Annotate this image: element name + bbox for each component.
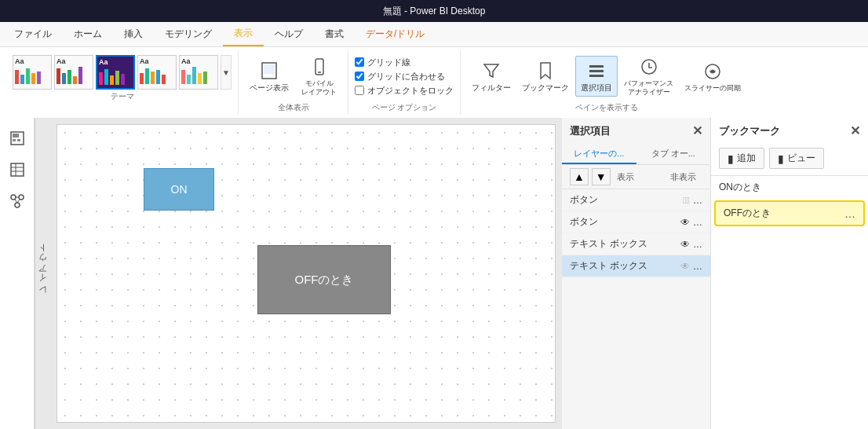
theme-thumb-1[interactable]: Aa [13, 55, 52, 90]
bookmark-icon [534, 60, 556, 82]
snapgrid-checkbox[interactable] [355, 72, 364, 81]
full-view-label: 全体表示 [278, 102, 309, 113]
left-toolbar [0, 118, 35, 429]
item-3-icons: 👁 … [680, 261, 702, 272]
lockobjects-label: オブジェクトをロック [367, 85, 454, 97]
on-box[interactable]: ON [144, 168, 214, 211]
mobile-label: モバイル レイアウト [301, 79, 337, 97]
svg-marker-4 [484, 64, 498, 77]
dots-icon-0[interactable]: … [693, 195, 702, 206]
theme-thumb-3[interactable]: Aa [96, 55, 135, 90]
svg-rect-5 [589, 65, 604, 68]
selection-btn[interactable]: 選択項目 [575, 56, 618, 97]
tab-view[interactable]: 表示 [223, 22, 264, 46]
tab-modeling[interactable]: モデリング [154, 22, 223, 46]
performance-btn[interactable]: パフォーマンス アナライザー [619, 53, 678, 100]
filter-label: フィルター [472, 83, 511, 93]
filter-btn[interactable]: フィルター [467, 57, 516, 96]
gridlines-row: グリッド線 [355, 57, 454, 68]
vertical-layout-label[interactable]: レイアウト [35, 118, 50, 429]
selection-panel-title: 選択項目 [570, 124, 611, 138]
bookmark-item-1[interactable]: OFFのとき … [714, 200, 865, 226]
mobile-layout-btn[interactable]: モバイル レイアウト [297, 53, 341, 100]
canvas-area[interactable]: ON OFFのとき [50, 118, 562, 429]
model-view-btn[interactable] [3, 187, 31, 215]
gridlines-label: グリッド線 [367, 57, 410, 68]
layer-tab[interactable]: レイヤーの... [562, 145, 636, 164]
theme-thumbnails: Aa Aa [13, 55, 232, 90]
move-down-btn[interactable]: ▼ [592, 168, 611, 185]
selection-icon [585, 60, 607, 82]
tab-format[interactable]: 書式 [314, 22, 355, 46]
page-view-icon [258, 60, 280, 82]
item-2-icons: 👁 … [680, 239, 702, 250]
table-view-btn[interactable] [3, 156, 31, 184]
selection-label: 選択項目 [581, 83, 612, 93]
full-view-group: ページ表示 モバイル レイアウト 全体表示 [239, 50, 348, 115]
slicer-sync-icon [702, 60, 724, 82]
themes-chevron[interactable]: ▼ [221, 55, 232, 90]
selection-list: ボタン 👁̸ … ボタン 👁 … テキスト [562, 189, 710, 429]
bookmark-panel-close[interactable]: ✕ [850, 125, 860, 138]
lockobjects-checkbox[interactable] [355, 86, 364, 95]
bookmark-item-0[interactable]: ONのとき [711, 176, 868, 199]
order-controls: ▲ ▼ 表示 非表示 [562, 165, 710, 189]
eye-slash-icon-3: 👁 [680, 261, 690, 272]
move-up-btn[interactable]: ▲ [570, 168, 589, 185]
selection-item-1[interactable]: ボタン 👁 … [562, 211, 710, 233]
selection-item-0[interactable]: ボタン 👁̸ … [562, 189, 710, 211]
dots-icon-2[interactable]: … [693, 239, 702, 250]
selection-panel-close[interactable]: ✕ [692, 125, 702, 138]
bookmark-list: ONのとき OFFのとき … [711, 176, 868, 228]
canvas-page[interactable]: ON OFFのとき [57, 124, 556, 423]
add-bookmark-icon: ▮ [728, 152, 734, 165]
eye-slash-icon-0: 👁̸ [683, 195, 690, 206]
tab-order-tab[interactable]: タブ オー... [636, 145, 711, 164]
dots-icon-1[interactable]: … [693, 217, 702, 228]
slicer-sync-btn[interactable]: スライサーの同期 [680, 57, 746, 96]
svg-line-22 [15, 200, 17, 203]
pane-label: ペインを表示する [575, 102, 638, 113]
tab-data-drill[interactable]: データ/ドリル [355, 22, 436, 46]
bookmark-panel-title: ブックマーク [719, 124, 780, 138]
main-container: レイアウト ON OFFのとき 選択項目 ✕ レイ [0, 118, 868, 429]
tab-help[interactable]: ヘルプ [264, 22, 314, 46]
theme-thumb-5[interactable]: Aa [179, 55, 218, 90]
canvas-and-panels: レイアウト ON OFFのとき 選択項目 ✕ レイ [35, 118, 868, 429]
title-bar: 無題 - Power BI Desktop [0, 0, 868, 22]
tab-insert[interactable]: 挿入 [113, 22, 154, 46]
bookmark-panel: ブックマーク ✕ ▮ 追加 ▮ ビュー ONのとき [711, 118, 868, 429]
theme-thumb-2[interactable]: Aa [54, 55, 93, 90]
bookmark-view-btn[interactable]: ▮ ビュー [769, 148, 824, 169]
svg-rect-14 [11, 163, 24, 176]
bookmark-btn[interactable]: ブックマーク [517, 57, 574, 96]
report-view-btn[interactable] [3, 124, 31, 152]
svg-rect-12 [13, 139, 16, 141]
filter-icon [480, 60, 502, 82]
bookmark-add-label: 追加 [737, 152, 756, 165]
themes-group: Aa Aa [6, 50, 239, 115]
page-options-label: ページ オプション [372, 102, 437, 113]
item-0-icons: 👁̸ … [683, 195, 702, 206]
tab-home[interactable]: ホーム [63, 22, 113, 46]
bookmark-add-btn[interactable]: ▮ 追加 [719, 148, 764, 169]
dots-icon-3[interactable]: … [693, 261, 702, 272]
slicer-sync-label: スライサーの同期 [684, 84, 741, 93]
selection-item-3[interactable]: テキスト ボックス 👁 … [562, 255, 710, 277]
tab-file[interactable]: ファイル [3, 22, 63, 46]
page-view-label: ページ表示 [250, 83, 289, 93]
selection-panel-header: 選択項目 ✕ [562, 118, 710, 145]
svg-rect-11 [13, 134, 19, 138]
svg-point-20 [15, 203, 20, 207]
snapgrid-label: グリッドに合わせる [367, 71, 445, 82]
selection-item-2[interactable]: テキスト ボックス 👁 … [562, 233, 710, 255]
gridlines-checkbox[interactable] [355, 57, 364, 67]
svg-rect-7 [589, 75, 604, 77]
snapgrid-row: グリッドに合わせる [355, 71, 454, 82]
performance-icon [638, 56, 660, 78]
off-box[interactable]: OFFのとき [257, 245, 391, 314]
side-panels: 選択項目 ✕ レイヤーの... タブ オー... ▲ ▼ 表示 非表示 [562, 118, 868, 429]
page-view-btn[interactable]: ページ表示 [245, 57, 294, 96]
bookmark-dots-1[interactable]: … [844, 207, 855, 220]
theme-thumb-4[interactable]: Aa [137, 55, 177, 90]
